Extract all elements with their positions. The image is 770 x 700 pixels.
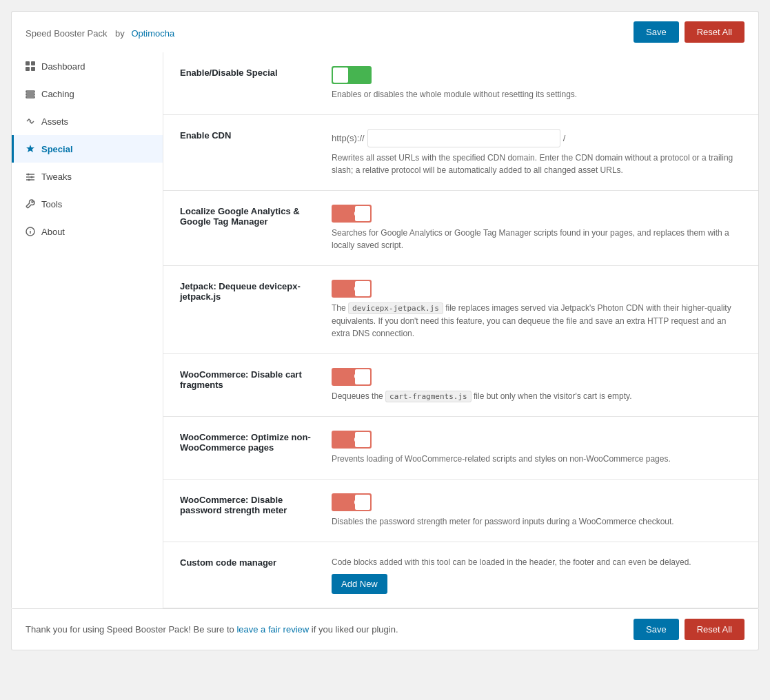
toggle-knob-enable-special <box>333 68 348 83</box>
setting-desc-localize-ga: Searches for Google Analytics or Google … <box>332 227 742 251</box>
special-icon <box>25 143 36 154</box>
setting-label-custom-code: Custom code manager <box>180 556 318 568</box>
setting-label-cdn: Enable CDN <box>180 129 318 141</box>
sidebar-label-about: About <box>41 227 65 237</box>
toggle-container-woo-optimize: OFF <box>332 431 742 449</box>
sidebar-label-dashboard: Dashboard <box>41 61 85 72</box>
toggle-container-localize-ga: OFF <box>332 205 742 223</box>
cdn-suffix: / <box>563 133 566 143</box>
setting-label-jetpack: Jetpack: Dequeue devicepx-jetpack.js <box>180 280 318 302</box>
setting-jetpack: Jetpack: Dequeue devicepx-jetpack.js OFF… <box>163 266 758 354</box>
svg-point-11 <box>31 176 33 178</box>
setting-desc-woo-cart: Dequeues the cart-fragments.js file but … <box>332 390 742 403</box>
toggle-localize-ga[interactable]: OFF <box>332 205 372 223</box>
tools-icon <box>25 198 36 209</box>
add-new-button[interactable]: Add New <box>332 574 387 594</box>
header-actions: Save Reset All <box>634 21 744 43</box>
setting-label-localize-ga: Localize Google Analytics & Google Tag M… <box>180 205 318 227</box>
cdn-input-row: http(s):// / <box>332 129 742 147</box>
setting-woo-password: WooCommerce: Disable password strength m… <box>163 480 758 542</box>
svg-point-10 <box>28 174 30 176</box>
sidebar-item-special[interactable]: Special <box>12 135 163 163</box>
svg-rect-4 <box>26 91 34 92</box>
svg-rect-3 <box>31 67 35 71</box>
toggle-woo-cart[interactable]: OFF <box>332 368 372 386</box>
settings-content: Enable/Disable Special ON Enables or dis… <box>163 52 758 608</box>
tweaks-icon <box>25 171 36 182</box>
setting-control-custom-code: Code blocks added with this tool can be … <box>332 556 742 594</box>
brand-link[interactable]: Optimocha <box>131 28 174 39</box>
footer-text-after: if you liked our plugin. <box>309 624 398 635</box>
setting-control-enable-special: ON Enables or disables the whole module … <box>332 66 742 101</box>
setting-desc-enable-special: Enables or disables the whole module wit… <box>332 88 742 101</box>
setting-control-jetpack: OFF The devicepx-jetpack.js file replace… <box>332 280 742 340</box>
save-button-top[interactable]: Save <box>634 21 679 43</box>
toggle-woo-password[interactable]: OFF <box>332 493 372 511</box>
save-button-bottom[interactable]: Save <box>634 619 679 640</box>
page-footer: Thank you for using Speed Booster Pack! … <box>11 609 759 650</box>
sidebar-item-dashboard[interactable]: Dashboard <box>12 52 163 80</box>
setting-label-woo-password: WooCommerce: Disable password strength m… <box>180 493 318 515</box>
sidebar-item-about[interactable]: About <box>12 218 163 245</box>
setting-control-woo-optimize: OFF Prevents loading of WooCommerce-rela… <box>332 431 742 465</box>
toggle-container-jetpack: OFF <box>332 280 742 298</box>
setting-desc-custom-code: Code blocks added with this tool can be … <box>332 556 742 568</box>
sidebar-item-tools[interactable]: Tools <box>12 190 163 218</box>
sidebar-label-tools: Tools <box>41 199 62 209</box>
setting-localize-ga: Localize Google Analytics & Google Tag M… <box>163 191 758 266</box>
cdn-prefix: http(s):// <box>332 133 365 143</box>
footer-text: Thank you for using Speed Booster Pack! … <box>26 624 398 635</box>
by-text: by <box>115 28 125 39</box>
setting-woo-cart: WooCommerce: Disable cart fragments OFF … <box>163 354 758 418</box>
cart-fragments-code: cart-fragments.js <box>385 391 472 402</box>
toggle-woo-optimize[interactable]: OFF <box>332 431 372 449</box>
toggle-container-enable-special: ON <box>332 66 742 84</box>
reset-button-bottom[interactable]: Reset All <box>685 619 744 640</box>
jetpack-code: devicepx-jetpack.js <box>348 302 443 314</box>
page-title: Speed Booster Pack by Optimocha <box>26 24 174 40</box>
setting-desc-woo-password: Disables the password strength meter for… <box>332 515 742 528</box>
page-header: Speed Booster Pack by Optimocha Save Res… <box>11 11 759 52</box>
sidebar-item-tweaks[interactable]: Tweaks <box>12 163 163 190</box>
svg-point-12 <box>28 179 30 181</box>
sidebar-label-special: Special <box>41 144 73 154</box>
footer-review-link[interactable]: leave a fair review <box>236 624 309 635</box>
setting-label-enable-special: Enable/Disable Special <box>180 66 318 78</box>
dashboard-icon <box>25 61 36 72</box>
setting-desc-cdn: Rewrites all asset URLs with the specifi… <box>332 152 742 176</box>
setting-desc-jetpack: The devicepx-jetpack.js file replaces im… <box>332 302 742 340</box>
svg-rect-5 <box>26 94 34 95</box>
svg-rect-2 <box>26 67 30 71</box>
sidebar-label-tweaks: Tweaks <box>41 172 72 182</box>
setting-enable-special: Enable/Disable Special ON Enables or dis… <box>163 52 758 115</box>
setting-custom-code: Custom code manager Code blocks added wi… <box>163 542 758 608</box>
assets-icon <box>25 116 36 127</box>
toggle-jetpack[interactable]: OFF <box>332 280 372 298</box>
cdn-input-field[interactable] <box>367 129 560 147</box>
setting-control-woo-password: OFF Disables the password strength meter… <box>332 493 742 528</box>
footer-actions: Save Reset All <box>634 619 744 640</box>
svg-rect-1 <box>31 61 35 65</box>
toggle-container-woo-password: OFF <box>332 493 742 511</box>
svg-rect-6 <box>26 96 34 98</box>
setting-enable-cdn: Enable CDN http(s):// / Rewrites all ass… <box>163 115 758 191</box>
about-icon <box>25 226 36 237</box>
svg-point-15 <box>30 229 31 230</box>
sidebar: Dashboard Caching Assets S <box>12 52 163 608</box>
setting-label-woo-cart: WooCommerce: Disable cart fragments <box>180 368 318 390</box>
sidebar-label-assets: Assets <box>41 116 68 127</box>
reset-button-top[interactable]: Reset All <box>685 21 744 43</box>
setting-control-localize-ga: OFF Searches for Google Analytics or Goo… <box>332 205 742 251</box>
main-layout: Dashboard Caching Assets S <box>11 52 759 609</box>
plugin-title: Speed Booster Pack <box>26 28 108 39</box>
svg-rect-0 <box>26 61 30 65</box>
sidebar-item-assets[interactable]: Assets <box>12 107 163 135</box>
sidebar-item-caching[interactable]: Caching <box>12 80 163 107</box>
setting-control-cdn: http(s):// / Rewrites all asset URLs wit… <box>332 129 742 176</box>
setting-desc-woo-optimize: Prevents loading of WooCommerce-related … <box>332 453 742 465</box>
caching-icon <box>25 88 36 99</box>
sidebar-label-caching: Caching <box>41 89 74 99</box>
setting-woo-optimize: WooCommerce: Optimize non-WooCommerce pa… <box>163 417 758 480</box>
setting-label-woo-optimize: WooCommerce: Optimize non-WooCommerce pa… <box>180 431 318 453</box>
toggle-enable-special[interactable]: ON <box>332 66 372 84</box>
